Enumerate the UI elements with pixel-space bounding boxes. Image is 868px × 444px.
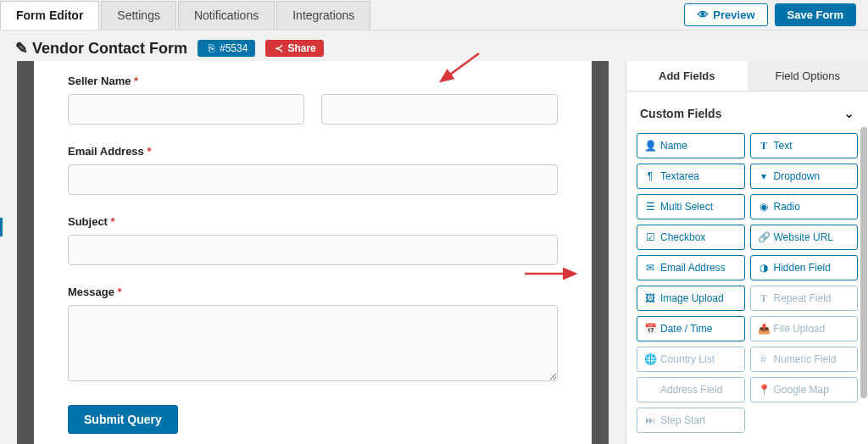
main-tabs: Form Editor Settings Notifications Integ… bbox=[0, 1, 684, 30]
field-btn-label: Radio bbox=[774, 201, 800, 213]
field-btn-textarea[interactable]: ¶Textarea bbox=[637, 164, 745, 189]
field-btn-icon: 📤 bbox=[758, 323, 770, 335]
submit-button[interactable]: Submit Query bbox=[68, 405, 178, 434]
required-marker: * bbox=[134, 75, 138, 87]
preview-label: Preview bbox=[713, 8, 754, 21]
seller-first-name-input[interactable] bbox=[68, 94, 304, 125]
field-btn-name[interactable]: 👤Name bbox=[637, 133, 745, 158]
seller-name-row bbox=[68, 94, 558, 125]
tab-add-fields[interactable]: Add Fields bbox=[626, 61, 748, 91]
share-label: Share bbox=[287, 42, 315, 54]
field-btn-label: Google Map bbox=[774, 384, 829, 396]
field-btn-icon: ▾ bbox=[758, 170, 770, 182]
field-btn-label: Repeat Field bbox=[774, 292, 832, 304]
field-seller-name[interactable]: Seller Name * bbox=[68, 75, 558, 125]
field-btn-label: Date / Time bbox=[660, 323, 712, 335]
subject-input[interactable] bbox=[68, 235, 558, 265]
field-btn-icon: ✉ bbox=[644, 262, 656, 274]
form-id-badge[interactable]: ⎘ #5534 bbox=[198, 40, 255, 57]
tab-field-options[interactable]: Field Options bbox=[748, 61, 869, 91]
field-btn-icon: 𝐓 bbox=[758, 292, 770, 304]
field-btn-label: Address Field bbox=[660, 384, 722, 396]
field-btn-multi-select[interactable]: ☰Multi Select bbox=[637, 194, 745, 219]
field-btn-icon: 🌐 bbox=[644, 353, 656, 365]
form-title-text: Vendor Contact Form bbox=[32, 40, 187, 58]
field-btn-dropdown[interactable]: ▾Dropdown bbox=[750, 164, 859, 189]
label-email: Email Address * bbox=[68, 145, 558, 158]
field-email[interactable]: Email Address * bbox=[68, 145, 558, 195]
scrollbar-thumb[interactable] bbox=[860, 127, 867, 398]
field-btn-label: Email Address bbox=[660, 262, 726, 274]
sidebar-tabs: Add Fields Field Options bbox=[626, 61, 868, 92]
field-btn-label: Checkbox bbox=[660, 231, 705, 243]
workspace: Seller Name * Email Address * Subject bbox=[0, 61, 868, 444]
scrollbar[interactable] bbox=[860, 122, 868, 444]
field-btn-label: Website URL bbox=[774, 231, 833, 243]
field-btn-icon: 📅 bbox=[644, 323, 656, 335]
editor-column: Seller Name * Email Address * Subject bbox=[0, 61, 626, 444]
top-actions: 👁 Preview Save Form bbox=[684, 3, 868, 26]
field-btn-country-list: 🌐Country List bbox=[637, 347, 745, 372]
field-btn-hidden-field[interactable]: ◑Hidden Field bbox=[750, 255, 859, 280]
save-form-button[interactable]: Save Form bbox=[775, 3, 856, 26]
field-btn-icon: ¶ bbox=[644, 170, 656, 182]
required-marker: * bbox=[118, 286, 122, 298]
seller-last-name-input[interactable] bbox=[321, 94, 558, 125]
required-marker: * bbox=[147, 145, 151, 158]
field-btn-image-upload[interactable]: 🖼Image Upload bbox=[637, 286, 745, 311]
tab-settings[interactable]: Settings bbox=[101, 1, 176, 30]
label-message: Message * bbox=[68, 286, 558, 298]
field-btn-label: Textarea bbox=[660, 170, 699, 182]
field-btn-file-upload: 📤File Upload bbox=[750, 316, 859, 341]
field-btn-label: Dropdown bbox=[774, 170, 821, 182]
editor-frame: Seller Name * Email Address * Subject bbox=[17, 61, 609, 444]
required-marker: * bbox=[111, 215, 115, 228]
share-button[interactable]: ≺ Share bbox=[265, 40, 323, 57]
field-btn-icon: ☑ bbox=[644, 231, 656, 243]
field-btn-date-time[interactable]: 📅Date / Time bbox=[637, 316, 745, 341]
left-edge-marker bbox=[0, 218, 3, 236]
form-canvas[interactable]: Seller Name * Email Address * Subject bbox=[34, 61, 592, 444]
field-btn-icon: 📍 bbox=[758, 384, 770, 396]
field-btn-website-url[interactable]: 🔗Website URL bbox=[750, 225, 859, 250]
tab-integrations[interactable]: Integrations bbox=[276, 1, 370, 30]
field-btn-label: Step Start bbox=[660, 414, 705, 426]
field-btn-icon: 👤 bbox=[644, 140, 656, 152]
field-btn-label: Numeric Field bbox=[774, 353, 837, 365]
tab-notifications[interactable]: Notifications bbox=[178, 1, 275, 30]
field-btn-icon: # bbox=[758, 353, 770, 365]
preview-button[interactable]: 👁 Preview bbox=[684, 3, 767, 26]
field-btn-checkbox[interactable]: ☑Checkbox bbox=[637, 225, 745, 250]
copy-icon: ⎘ bbox=[205, 42, 217, 54]
field-btn-label: Text bbox=[774, 140, 793, 152]
message-textarea[interactable] bbox=[68, 305, 558, 381]
field-btn-label: Multi Select bbox=[660, 201, 713, 213]
tab-form-editor[interactable]: Form Editor bbox=[0, 1, 99, 30]
custom-fields-grid: 👤Name𝐓Text¶Textarea▾Dropdown☰Multi Selec… bbox=[637, 128, 858, 444]
field-btn-label: File Upload bbox=[774, 323, 826, 335]
field-btn-google-map: 📍Google Map bbox=[750, 377, 859, 402]
chevron-down-icon: ⌄ bbox=[843, 105, 854, 121]
field-btn-icon: ⏭ bbox=[644, 414, 656, 426]
section-custom-fields: Custom Fields ⌄ 👤Name𝐓Text¶Textarea▾Drop… bbox=[637, 98, 858, 444]
top-bar: Form Editor Settings Notifications Integ… bbox=[0, 0, 868, 31]
heading-custom-fields[interactable]: Custom Fields ⌄ bbox=[637, 98, 858, 128]
field-btn-radio[interactable]: ◉Radio bbox=[750, 194, 859, 219]
pencil-icon[interactable]: ✎ bbox=[15, 39, 27, 58]
share-icon: ≺ bbox=[273, 42, 285, 54]
field-btn-icon: 🖼 bbox=[644, 292, 656, 304]
field-message[interactable]: Message * bbox=[68, 286, 558, 385]
sidebar-content: Custom Fields ⌄ 👤Name𝐓Text¶Textarea▾Drop… bbox=[626, 92, 868, 444]
eye-icon: 👁 bbox=[697, 8, 709, 21]
field-subject[interactable]: Subject * bbox=[68, 215, 558, 265]
field-btn-email-address[interactable]: ✉Email Address bbox=[637, 255, 745, 280]
field-btn-step-start: ⏭Step Start bbox=[637, 408, 745, 433]
field-btn-text[interactable]: 𝐓Text bbox=[750, 133, 859, 158]
form-title: ✎ Vendor Contact Form bbox=[15, 39, 187, 58]
field-btn-icon: ◑ bbox=[758, 262, 770, 274]
field-btn-icon: ◉ bbox=[758, 201, 770, 213]
email-input[interactable] bbox=[68, 164, 558, 195]
field-btn-label: Name bbox=[660, 140, 687, 152]
field-btn-label: Hidden Field bbox=[774, 262, 831, 274]
sidebar: Add Fields Field Options Custom Fields ⌄… bbox=[626, 61, 868, 444]
